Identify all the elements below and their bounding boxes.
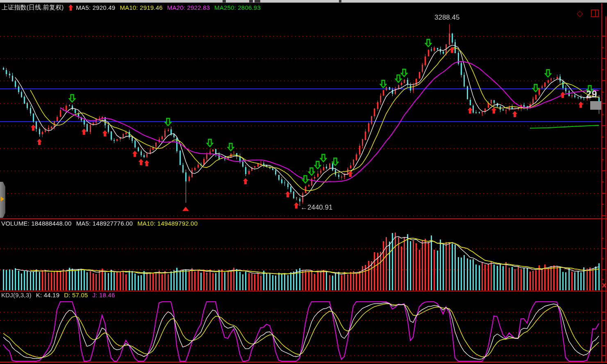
volume-ma10: MA10: 149489792.00 [137,220,198,227]
stock-chart-app: 上证指数(日线.前复权) MA5: 2920.49 MA10: 2919.46 … [0,0,607,364]
price-tag-box [590,101,601,110]
volume-ma5: MA5: 148927776.00 [76,220,133,227]
close-indicator-button[interactable]: X [602,282,606,289]
diamond-icon[interactable]: ◇ [577,9,583,17]
up-arrow-icon [68,5,73,11]
volume-header: VOLUME: 184888448.00 MA5: 148927776.00 M… [1,220,198,227]
ma5-legend: MA5: 2920.49 [76,4,116,11]
ma10-legend: MA10: 2919.46 [120,4,162,11]
kdj-k-value: K: 44.19 [36,292,59,298]
restore-window-icon[interactable] [591,9,599,17]
high-price-annotation: 3288.45 [434,14,459,22]
kdj-name: KDJ(9,3,3) [1,292,32,298]
low-price-annotation: ←2440.91 [300,203,332,212]
kdj-j-value: J: 18.46 [93,292,115,298]
last-price-tag: 29 [586,89,598,100]
symbol-title: 上证指数(日线.前复权) [2,4,64,11]
chart-canvas[interactable] [0,0,607,364]
kdj-header: KDJ(9,3,3) K: 44.19 D: 57.05 J: 18.46 [1,292,115,298]
kdj-d-value: D: 57.05 [64,292,88,298]
sidebar-expand-handle[interactable] [0,182,5,218]
main-chart-header: 上证指数(日线.前复权) MA5: 2920.49 MA10: 2919.46 … [2,4,261,11]
volume-value: VOLUME: 184888448.00 [1,220,72,227]
ma250-legend: MA250: 2806.93 [214,4,261,11]
expand-arrow-icon [1,197,4,201]
ma20-legend: MA20: 2922.83 [167,4,210,11]
